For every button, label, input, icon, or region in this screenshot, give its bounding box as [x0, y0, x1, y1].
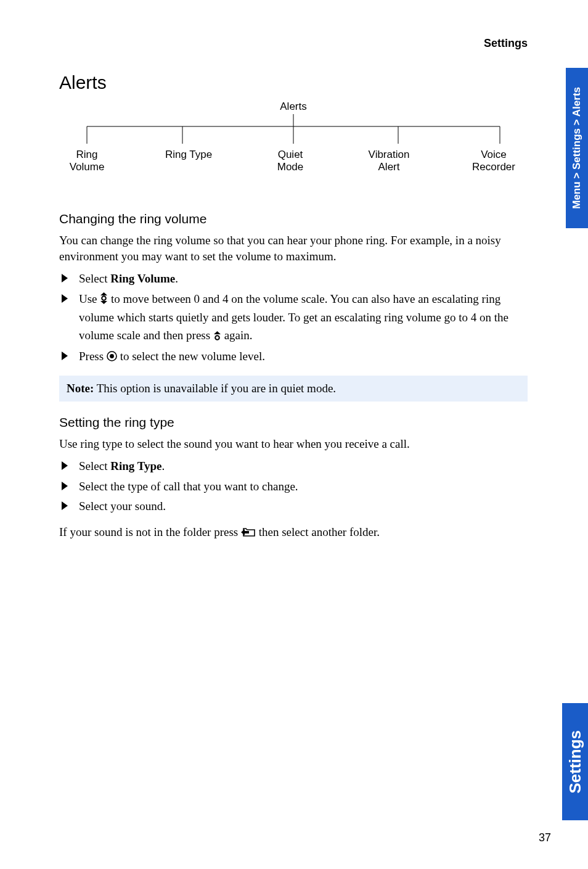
nav-up-icon: [213, 328, 221, 346]
nav-updown-icon: [100, 292, 108, 310]
step-text: Press: [79, 350, 107, 363]
step-bold: Ring Volume: [110, 272, 175, 285]
side-tab-section: Settings: [562, 703, 588, 820]
tree-leaf-ring-type: Ring Type: [152, 149, 226, 174]
section-heading-ring-volume: Changing the ring volume: [59, 212, 528, 226]
svg-point-13: [110, 354, 114, 358]
note-box: Note: This option is unavailable if you …: [59, 376, 528, 402]
step-text: .: [161, 459, 165, 472]
step-item: Select the type of call that you want to…: [75, 478, 528, 496]
tree-leaf-voice-recorder: Voice Recorder: [460, 149, 528, 174]
step-text: to select the new volume level.: [117, 350, 265, 363]
step-text: to move between 0 and 4 on the volume sc…: [79, 292, 508, 342]
step-text: Select: [79, 272, 110, 285]
step-text: .: [175, 272, 178, 285]
svg-point-11: [215, 336, 219, 340]
nav-center-icon: [107, 349, 117, 367]
bullet-triangle-icon: [62, 274, 68, 282]
side-tab-breadcrumb: Menu > Settings > Alerts: [566, 68, 588, 228]
section-tab-text: Settings: [566, 730, 585, 794]
paragraph: You can change the ring volume so that y…: [59, 233, 528, 264]
outro-text: then select another folder.: [256, 525, 380, 538]
step-item: Select your sound.: [75, 498, 528, 516]
page-title: Alerts: [59, 72, 528, 93]
step-item: Select Ring Type.: [75, 458, 528, 476]
menu-hierarchy-diagram: Alerts Ring Volume Ring Type Quiet Mode …: [59, 101, 528, 187]
bullet-triangle-icon: [62, 461, 68, 470]
svg-marker-7: [100, 292, 107, 295]
tree-leaf-ring-volume: Ring Volume: [59, 149, 115, 174]
paragraph: Use ring type to select the sound you wa…: [59, 436, 528, 452]
step-text: Select: [79, 459, 110, 472]
svg-marker-9: [100, 301, 107, 304]
tree-connector-lines: [59, 113, 528, 150]
paragraph: If your sound is not in the folder press…: [59, 524, 528, 542]
tree-root-label: Alerts: [280, 101, 306, 113]
step-item: Select Ring Volume.: [75, 270, 528, 288]
step-text: Use: [79, 292, 100, 305]
breadcrumb-text: Menu > Settings > Alerts: [571, 87, 583, 209]
svg-point-8: [102, 296, 107, 300]
step-item: Press to select the new volume level.: [75, 348, 528, 367]
step-bold: Ring Type: [110, 459, 161, 472]
section-heading-ring-type: Setting the ring type: [59, 415, 528, 430]
outro-text: If your sound is not in the folder press: [59, 525, 241, 538]
svg-marker-10: [214, 331, 221, 334]
bullet-triangle-icon: [62, 294, 68, 303]
page-number: 37: [539, 831, 551, 844]
note-text: This option is unavailable if you are in…: [94, 382, 336, 395]
bullet-triangle-icon: [62, 482, 68, 490]
folder-back-icon: [241, 525, 256, 542]
step-item: Use to move between 0 and 4 on the volum…: [75, 290, 528, 346]
tree-leaf-quiet-mode: Quiet Mode: [263, 149, 318, 174]
step-text: Select the type of call that you want to…: [79, 480, 298, 493]
step-text: again.: [221, 329, 253, 342]
running-header: Settings: [59, 37, 528, 50]
bullet-triangle-icon: [62, 352, 68, 360]
note-label: Note:: [67, 382, 94, 395]
step-text: Select your sound.: [79, 500, 166, 513]
bullet-triangle-icon: [62, 501, 68, 510]
tree-leaf-vibration-alert: Vibration Alert: [355, 149, 423, 174]
